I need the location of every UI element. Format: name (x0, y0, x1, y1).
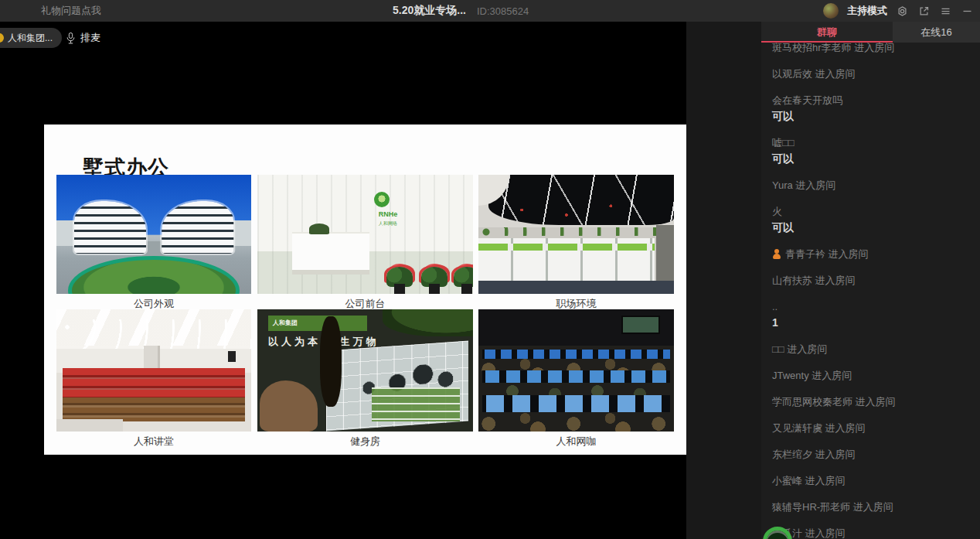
broadcaster-tag-label: 人和集团... (8, 32, 53, 45)
photo-gym: 人和集团 以人为本 和生万物 健身房 (257, 309, 473, 449)
photo-reception: RNHe 人和网络 公司前台 (257, 175, 473, 311)
join-notice-text: 斑马校招hr李老师 进入房间 (772, 43, 972, 56)
join-notice-text: Yura 进入房间 (772, 178, 972, 193)
host-mode-button[interactable]: 主持模式 (847, 4, 887, 18)
join-notice-text: 又见潇轩虞 进入房间 (772, 421, 972, 436)
join-notice-text: 小蜜峰 进入房间 (772, 473, 972, 489)
host-avatar[interactable] (823, 3, 839, 19)
chat-message-text: 1 (772, 315, 972, 331)
brand-logo-icon (374, 192, 390, 207)
photo-company-exterior: 公司外观 (56, 175, 251, 311)
join-notice: 猿辅导HR-邢老师 进入房间 (772, 500, 972, 515)
chat-message: 火可以 (772, 204, 972, 236)
lecture-hall-image (56, 309, 251, 432)
join-notice: JTwenty 进入房间 (772, 368, 972, 384)
video-stage: 人和集团... 排麦 墅式办公 公司外观 RNHe (0, 22, 686, 539)
join-notice: 东栏绾夕 进入房间 (772, 447, 972, 462)
company-exterior-image (56, 175, 251, 294)
room-info: 5.20就业专场... ID:3085624 (393, 0, 529, 22)
photo-lecture-hall: 人和讲堂 (56, 309, 251, 449)
chat-username: 火 (772, 204, 972, 220)
broadcaster-mini-avatar (0, 33, 4, 43)
join-notice: 青青子衿 进入房间 (772, 247, 972, 262)
broadcaster-tag[interactable]: 人和集团... (0, 28, 62, 48)
photo-workspace: 职场环境 (478, 175, 674, 311)
join-notice-text: □□ 进入房间 (772, 342, 972, 357)
room-id: ID:3085624 (477, 5, 529, 17)
reception-image: RNHe 人和网络 (257, 175, 473, 294)
join-notice-text: 学而思网校秦老师 进入房间 (772, 394, 972, 410)
person-icon (772, 249, 781, 259)
chat-username: 嘘□□ (772, 135, 972, 151)
photo-caption: 人和讲堂 (56, 435, 251, 449)
chat-message-list[interactable]: 斑马校招hr李老师 进入房间以观后效 进入房间会在春天开放吗可以嘘□□可以Yur… (761, 43, 980, 539)
mic-queue-label: 排麦 (80, 31, 100, 45)
presentation-slide: 墅式办公 公司外观 RNHe 人和网络 公司前台 (44, 125, 686, 455)
workspace-image (478, 175, 674, 294)
chat-username: 会在春天开放吗 (772, 93, 972, 108)
minimize-icon[interactable] (961, 5, 974, 18)
open-in-new-icon[interactable] (917, 5, 931, 18)
stage-side-gutter (686, 22, 761, 539)
chat-username: .. (772, 299, 972, 315)
join-notice-text: 猿辅导HR-邢老师 进入房间 (772, 500, 972, 515)
chat-tabs: 群聊 在线16 (761, 22, 980, 43)
chat-message-text: 可以 (772, 108, 972, 125)
titlebar-controls: 主持模式 (823, 0, 974, 22)
mic-queue-button[interactable]: 排麦 (66, 28, 100, 48)
tab-group-chat[interactable]: 群聊 (761, 22, 893, 43)
join-notice: 以观后效 进入房间 (772, 67, 972, 82)
chat-panel: 群聊 在线16 斑马校招hr李老师 进入房间以观后效 进入房间会在春天开放吗可以… (761, 22, 980, 539)
join-notice-text: JTwenty 进入房间 (772, 368, 972, 384)
gym-image: 人和集团 以人为本 和生万物 (257, 309, 473, 432)
join-notice-text: 山有扶苏 进入房间 (772, 273, 972, 288)
photo-net-cafe: 人和网咖 (478, 309, 674, 449)
titlebar: 礼物问题点我 5.20就业专场... ID:3085624 主持模式 (0, 0, 980, 22)
chat-message: 嘘□□可以 (772, 135, 972, 167)
room-title: 5.20就业专场... (393, 4, 466, 18)
join-notice: 山有扶苏 进入房间 (772, 273, 972, 288)
net-cafe-image (478, 309, 674, 432)
join-notice: 又见潇轩虞 进入房间 (772, 421, 972, 436)
join-notice-text: 以观后效 进入房间 (772, 67, 972, 82)
join-notice-text: 东栏绾夕 进入房间 (772, 447, 972, 462)
chat-message: 会在春天开放吗可以 (772, 93, 972, 125)
chat-message-text: 可以 (772, 220, 972, 236)
join-notice: 学而思网校秦老师 进入房间 (772, 394, 972, 410)
photo-caption: 人和网咖 (478, 435, 674, 449)
menu-icon[interactable] (939, 5, 952, 18)
join-notice-text: 西瓜汁 进入房间 (772, 526, 972, 539)
chat-message-text: 可以 (772, 151, 972, 167)
join-notice: 小蜜峰 进入房间 (772, 473, 972, 489)
join-notice: □□ 进入房间 (772, 342, 972, 357)
join-notice: Yura 进入房间 (772, 178, 972, 193)
microphone-icon (66, 32, 76, 45)
gift-hint-button[interactable]: 礼物问题点我 (41, 0, 101, 22)
settings-icon[interactable] (896, 5, 909, 18)
tab-online-count[interactable]: 在线16 (893, 22, 980, 43)
join-notice: 斑马校招hr李老师 进入房间 (772, 43, 972, 56)
live-room-window: 礼物问题点我 5.20就业专场... ID:3085624 主持模式 人和集 (0, 0, 980, 539)
join-notice: 西瓜汁 进入房间 (772, 526, 972, 539)
join-notice-text: 青青子衿 进入房间 (772, 247, 972, 262)
chat-message: ..1 (772, 299, 972, 331)
photo-caption: 健身房 (257, 435, 473, 449)
